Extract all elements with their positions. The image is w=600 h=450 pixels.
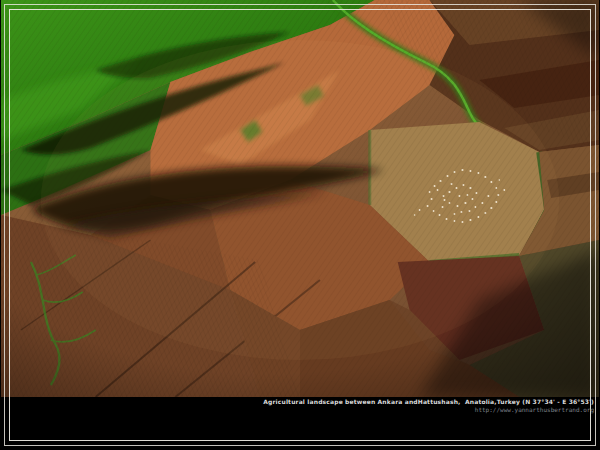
wallpaper-canvas: Agricultural landscape between Ankara an… [0, 0, 600, 450]
caption-title: Agricultural landscape between Ankara an… [263, 398, 594, 405]
aerial-photo [1, 0, 599, 397]
photo-caption: Agricultural landscape between Ankara an… [263, 398, 594, 413]
caption-url: http://www.yannarthusbertrand.org [263, 406, 594, 413]
aerial-photo-art [1, 0, 599, 397]
